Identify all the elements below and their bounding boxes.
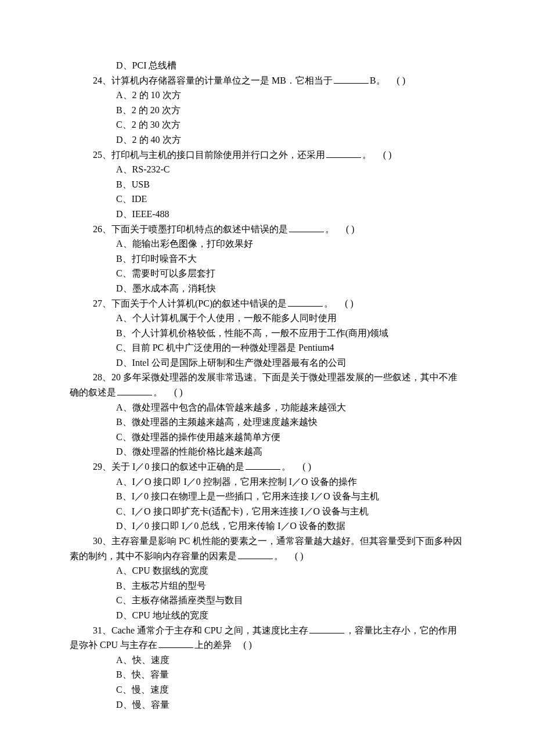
blank <box>289 222 324 232</box>
option-item: D、2 的 40 次方 <box>70 132 464 147</box>
question-31: 31、Cache 通常介于主存和 CPU 之间，其速度比主存，容量比主存小，它的… <box>70 623 464 638</box>
question-number: 29、 <box>93 462 111 471</box>
option-item: D、墨水成本高，消耗快 <box>70 281 464 296</box>
question-text-after: 。 <box>153 387 163 397</box>
question-text: 主存容量是影响 PC 机性能的要素之一，通常容量越大越好。但其容量受到下面多种因 <box>111 536 462 546</box>
option-item: B、微处理器的主频越来越高，处理速度越来越快 <box>70 415 464 430</box>
question-number: 31、 <box>93 625 111 635</box>
question-text-after: B。 <box>370 75 385 85</box>
answer-paren: ( ) <box>174 387 183 397</box>
option-item: B、2 的 20 次方 <box>70 103 464 118</box>
answer-paren: ( ) <box>302 462 311 471</box>
option-item: D、慢、容量 <box>70 697 464 712</box>
question-number: 26、 <box>93 224 111 234</box>
question-30: 30、主存容量是影响 PC 机性能的要素之一，通常容量越大越好。但其容量受到下面… <box>70 534 464 549</box>
question-text: ，容量比主存小，它的作用 <box>345 625 457 635</box>
option-item: C、目前 PC 机中广泛使用的一种微处理器是 Pentium4 <box>70 340 464 355</box>
option-item: C、主板存储器插座类型与数目 <box>70 593 464 608</box>
answer-paren: ( ) <box>295 551 304 561</box>
option-item: B、USB <box>70 177 464 192</box>
answer-paren: ( ) <box>346 224 355 234</box>
option-item: A、快、速度 <box>70 653 464 668</box>
question-number: 30、 <box>93 536 111 546</box>
question-text: Cache 通常介于主存和 CPU 之间，其速度比主存 <box>111 625 308 635</box>
blank <box>238 549 273 559</box>
question-text: 关于 I／0 接口的叙述中正确的是 <box>111 462 244 471</box>
option-item: A、RS-232-C <box>70 162 464 177</box>
option-item: B、主板芯片组的型号 <box>70 578 464 593</box>
question-text-after: 。 <box>282 462 291 471</box>
option-item: B、打印时噪音不大 <box>70 251 464 267</box>
question-26: 26、下面关于喷墨打印机特点的叙述中错误的是。( ) <box>70 222 464 237</box>
option-item: C、2 的 30 次方 <box>70 117 464 132</box>
answer-paren: ( ) <box>397 75 406 85</box>
question-text-after: 上的差异 <box>194 640 232 650</box>
answer-paren: ( ) <box>345 298 353 308</box>
question-28-line2: 确的叙述是。( ) <box>70 385 464 400</box>
question-27: 27、下面关于个人计算机(PC)的叙述中错误的是。( ) <box>70 296 464 311</box>
option-item: A、个人计算机属于个人使用，一般不能多人同时使用 <box>70 311 464 326</box>
question-29: 29、关于 I／0 接口的叙述中正确的是。( ) <box>70 459 464 474</box>
option-item: D、CPU 地址线的宽度 <box>70 608 464 623</box>
question-text-after: 。 <box>274 551 283 561</box>
option-item: A、CPU 数据线的宽度 <box>70 563 464 578</box>
option-item: D、微处理器的性能价格比越来越高 <box>70 444 464 459</box>
option-item: C、IDE <box>70 192 464 207</box>
question-text: 确的叙述是 <box>70 387 116 397</box>
option-item: A、I／O 接口即 I／0 控制器，它用来控制 I／O 设备的操作 <box>70 474 464 489</box>
option-item: A、2 的 10 次方 <box>70 88 464 103</box>
question-31-line2: 是弥补 CPU 与主存在上的差异( ) <box>70 638 464 653</box>
option-item: D、I／0 接口即 I／0 总线，它用来传输 I／O 设备的数据 <box>70 519 464 534</box>
answer-paren: ( ) <box>243 640 252 650</box>
question-number: 24、 <box>93 75 111 85</box>
blank <box>246 460 280 470</box>
question-text: 计算机内存储器容量的计量单位之一是 MB．它相当于 <box>111 75 333 85</box>
option-item: A、能输出彩色图像，打印效果好 <box>70 236 464 251</box>
question-number: 25、 <box>93 150 111 160</box>
question-number: 28、 <box>93 372 111 382</box>
blank <box>288 297 323 307</box>
option-item: A、微处理器中包含的晶体管越来越多，功能越来越强大 <box>70 400 464 415</box>
option-item: B、个人计算机价格较低，性能不高，一般不应用于工作(商用)领域 <box>70 326 464 341</box>
blank <box>309 624 344 633</box>
question-text: 是弥补 CPU 与主存在 <box>70 640 157 650</box>
option-item: D、PCI 总线槽 <box>70 58 464 73</box>
question-25: 25、打印机与主机的接口目前除使用并行口之外，还采用。( ) <box>70 147 464 163</box>
question-text: 下面关于个人计算机(PC)的叙述中错误的是 <box>111 298 287 308</box>
option-item: C、慢、速度 <box>70 682 464 697</box>
blank <box>334 74 369 84</box>
option-item: C、微处理器的操作使用越来越简单方便 <box>70 430 464 445</box>
blank <box>326 148 361 158</box>
option-item: B、快、容量 <box>70 667 464 682</box>
question-24: 24、计算机内存储器容量的计量单位之一是 MB．它相当于B。( ) <box>70 73 464 88</box>
question-number: 27、 <box>93 298 111 308</box>
option-item: C、需要时可以多层套打 <box>70 266 464 281</box>
question-text-after: 。 <box>362 150 371 160</box>
option-item: B、I／0 接口在物理上是一些插口，它用来连接 I／O 设备与主机 <box>70 489 464 504</box>
blank <box>117 386 152 395</box>
question-text: 20 多年采微处理器的发展非常迅速。下面是关于微处理器发展的一些叙述，其中不准 <box>111 372 457 382</box>
question-text: 素的制约，其中不影响内存容量的因素是 <box>70 551 237 561</box>
question-text: 下面关于喷墨打印机特点的叙述中错误的是 <box>111 224 288 234</box>
answer-paren: ( ) <box>383 150 392 160</box>
question-text: 打印机与主机的接口目前除使用并行口之外，还采用 <box>111 150 325 160</box>
question-30-line2: 素的制约，其中不影响内存容量的因素是。( ) <box>70 549 464 564</box>
question-text-after: 。 <box>324 298 333 308</box>
option-item: D、IEEE-488 <box>70 207 464 222</box>
blank <box>158 638 193 648</box>
question-text-after: 。 <box>325 224 334 234</box>
option-item: C、I／O 接口即扩充卡(适配卡)，它用来连接 I／O 设备与主机 <box>70 504 464 519</box>
option-item: D、Intel 公司是国际上研制和生产微处理器最有名的公司 <box>70 355 464 370</box>
question-28: 28、20 多年采微处理器的发展非常迅速。下面是关于微处理器发展的一些叙述，其中… <box>70 370 464 385</box>
